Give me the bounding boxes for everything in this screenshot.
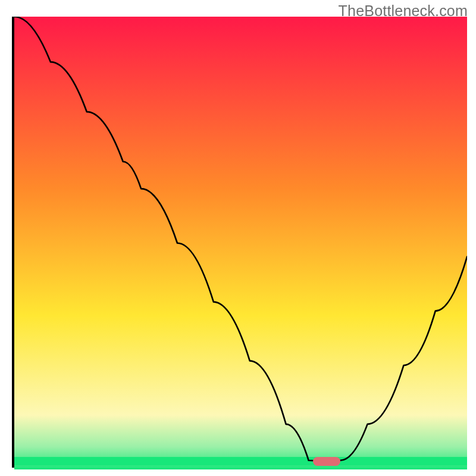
bottleneck-curve [14, 17, 467, 469]
optimal-zone-marker [313, 457, 340, 466]
chart-area [12, 17, 467, 468]
watermark-text: TheBottleneck.com [339, 2, 468, 20]
